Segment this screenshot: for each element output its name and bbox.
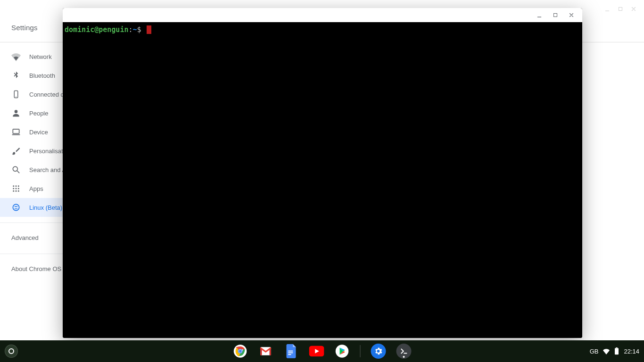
shelf-left [5, 345, 18, 358]
svg-point-22 [239, 350, 241, 353]
chromeos-shelf: GB 22:14 [0, 340, 644, 362]
terminal-cursor [147, 25, 151, 34]
svg-point-13 [16, 190, 17, 192]
apps-grid-icon [11, 184, 21, 193]
shelf-pinned-apps [233, 344, 412, 359]
shelf-active-indicator [403, 356, 405, 358]
svg-point-2 [16, 97, 17, 98]
sidebar-item-label: Device [29, 129, 48, 136]
svg-point-9 [13, 188, 14, 189]
svg-point-11 [18, 188, 19, 189]
shelf-app-docs[interactable] [284, 344, 299, 359]
svg-rect-0 [619, 7, 622, 10]
settings-minimize-button[interactable] [601, 2, 614, 16]
battery-status-icon [614, 347, 619, 355]
terminal-minimize-button[interactable] [531, 8, 547, 22]
settings-maximize-button[interactable] [614, 2, 627, 16]
shelf-app-play-store[interactable] [335, 344, 350, 359]
svg-point-17 [16, 206, 17, 207]
svg-point-14 [18, 190, 19, 192]
shelf-app-youtube[interactable] [309, 344, 324, 359]
shelf-divider [360, 345, 361, 357]
svg-rect-24 [288, 351, 293, 352]
laptop-icon [11, 127, 21, 137]
svg-point-12 [13, 190, 14, 192]
shelf-app-terminal[interactable] [396, 344, 412, 359]
terminal-titlebar[interactable] [63, 8, 582, 22]
brush-icon [11, 146, 21, 156]
svg-point-5 [13, 166, 17, 171]
svg-point-8 [18, 185, 19, 187]
terminal-window: dominic@penguin:~$ [63, 8, 582, 338]
terminal-prompt-symbol: $ [137, 25, 141, 34]
sidebar-item-label: Bluetooth [29, 72, 55, 79]
search-icon [11, 165, 21, 174]
shelf-app-settings[interactable] [371, 344, 386, 359]
svg-point-3 [15, 110, 18, 113]
wifi-status-icon [603, 348, 610, 354]
sidebar-item-label: Linux (Beta) [29, 204, 62, 211]
phone-icon [11, 90, 21, 99]
shelf-app-gmail[interactable] [258, 344, 273, 359]
status-time: 22:14 [624, 348, 639, 355]
terminal-body[interactable]: dominic@penguin:~$ [63, 22, 582, 338]
linux-icon [11, 203, 21, 212]
terminal-prompt-separator: : [128, 25, 132, 34]
terminal-close-button[interactable] [563, 8, 579, 22]
sidebar-item-label: People [29, 110, 48, 117]
svg-rect-4 [13, 129, 19, 133]
shelf-status-tray[interactable]: GB 22:14 [590, 347, 639, 355]
terminal-prompt-path: ~ [133, 25, 137, 34]
wifi-icon [11, 52, 21, 61]
svg-rect-25 [288, 353, 293, 354]
settings-close-button[interactable] [627, 2, 640, 16]
svg-point-15 [13, 204, 19, 210]
terminal-prompt-user-host: dominic@penguin [65, 25, 128, 34]
person-icon [11, 108, 21, 118]
svg-point-7 [16, 185, 17, 187]
svg-rect-26 [288, 354, 291, 355]
svg-rect-29 [615, 348, 619, 355]
svg-rect-18 [554, 14, 557, 17]
shelf-app-chrome[interactable] [233, 344, 248, 359]
svg-rect-30 [616, 347, 618, 348]
terminal-maximize-button[interactable] [547, 8, 563, 22]
status-keyboard-layout: GB [590, 348, 599, 355]
launcher-icon [8, 348, 14, 354]
svg-point-6 [13, 185, 14, 187]
sidebar-item-label: Network [29, 53, 52, 60]
bluetooth-icon [11, 71, 21, 80]
launcher-button[interactable] [5, 345, 18, 358]
svg-point-10 [16, 188, 17, 189]
sidebar-item-label: Apps [29, 185, 43, 192]
svg-point-16 [15, 206, 16, 207]
